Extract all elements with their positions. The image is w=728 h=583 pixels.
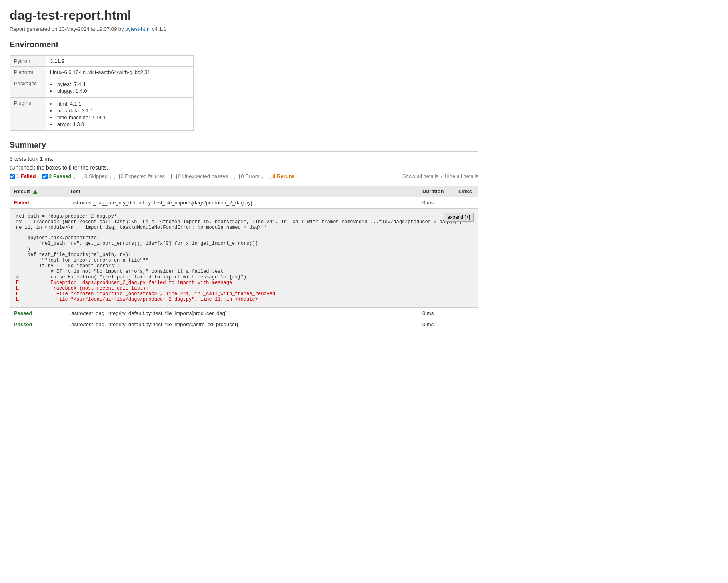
table-row: Passed.astro/test_dag_integrity_default.… (10, 308, 478, 319)
code-line: @pytest.mark.parametrize( (16, 235, 472, 241)
links-cell (454, 319, 478, 330)
filter-label-f-reruns[interactable]: 0 Reruns (272, 173, 295, 179)
filter-checkbox-f-reruns[interactable] (266, 174, 271, 179)
filter-label-f-passed[interactable]: 2 Passed (49, 173, 71, 179)
filter-checkbox-f-unexpected[interactable] (171, 174, 177, 179)
filter-checkbox-f-errors[interactable] (234, 174, 240, 179)
code-line: > raise Exception(f"{rel_path} failed to… (16, 274, 472, 280)
environment-table: Python3.11.9PlatformLinux-6.6.16-linuxki… (10, 55, 194, 131)
hide-all-details-link[interactable]: Hide all details (444, 173, 478, 179)
code-line: # If rv is not "No import errors," consi… (16, 269, 472, 274)
filter-label-f-skipped[interactable]: 0 Skipped (84, 173, 108, 179)
table-header-row: Result Test Duration Links (10, 186, 478, 197)
code-line: """Test for import errors on a file""" (16, 258, 472, 263)
code-line: "rel_path, rv", get_import_errors(), ids… (16, 241, 472, 246)
code-line: E Traceback (most recent call last): (16, 286, 472, 291)
env-row: Packagespytest: 7.4.4pluggy: 1.4.0 (10, 78, 194, 98)
duration-cell: 0 ms (418, 197, 454, 208)
filter-item-f-skipped: 0 Skipped (78, 173, 108, 179)
table-row: Failed.astro/test_dag_integrity_default.… (10, 197, 478, 208)
result-cell: Passed (10, 308, 66, 319)
links-cell (454, 197, 478, 208)
filter-row: 1 Failed,2 Passed,0 Skipped,0 Expected f… (10, 173, 478, 179)
filter-item-f-passed: 2 Passed (42, 173, 71, 179)
test-cell: .astro/test_dag_integrity_default.py::te… (66, 319, 418, 330)
divider: / (441, 174, 442, 179)
result-cell: Passed (10, 319, 66, 330)
filter-label-f-unexpected[interactable]: 0 Unexpected passes (178, 173, 228, 179)
filter-checkbox-f-expected[interactable] (114, 174, 120, 179)
sort-arrow-icon[interactable] (33, 190, 38, 194)
code-block: expand [+]rel_path = 'dags/producer_2_da… (10, 208, 478, 307)
pytest-html-link[interactable]: pytest-html (125, 26, 151, 32)
filter-label-f-errors[interactable]: 0 Errors (241, 173, 259, 179)
table-row: Passed.astro/test_dag_integrity_default.… (10, 319, 478, 330)
col-header-links: Links (454, 186, 478, 197)
filter-label-f-expected[interactable]: 0 Expected failures (121, 173, 165, 179)
test-cell: .astro/test_dag_integrity_default.py::te… (66, 197, 418, 208)
code-summary: rel_path = 'dags/producer_2_dag.py' rv =… (16, 214, 472, 230)
filter-item-f-errors: 0 Errors (234, 173, 259, 179)
result-cell: Failed (10, 197, 66, 208)
test-cell: .astro/test_dag_integrity_default.py::te… (66, 308, 418, 319)
results-table: Result Test Duration Links Failed.astro/… (10, 186, 478, 330)
code-line: ) (16, 246, 472, 252)
expand-button[interactable]: expand [+] (444, 213, 474, 222)
code-line: E Exception: dags/producer_2_dag.py fail… (16, 280, 472, 286)
details-links: Show all details / Hide all details (402, 173, 478, 179)
report-meta: Report generated on 20-May-2024 at 19:07… (10, 26, 478, 32)
show-all-details-link[interactable]: Show all details (402, 173, 438, 179)
code-line: E File "/usr/local/airflow/dags/producer… (16, 297, 472, 302)
filter-checkbox-f-skipped[interactable] (78, 174, 83, 179)
code-line: E File "<frozen importlib._bootstrap>", … (16, 291, 472, 297)
env-row: PlatformLinux-6.6.16-linuxkit-aarch64-wi… (10, 67, 194, 78)
tests-took-text: 3 tests took 1 ms. (10, 156, 478, 162)
links-cell (454, 308, 478, 319)
filter-note: (Un)check the boxes to filter the result… (10, 164, 478, 171)
filter-item-f-reruns: 0 Reruns (266, 173, 295, 179)
col-header-result: Result (10, 186, 66, 197)
filter-checkbox-f-failed[interactable] (10, 174, 15, 179)
env-row: Python3.11.9 (10, 56, 194, 67)
duration-cell: 0 ms (418, 308, 454, 319)
code-line: def test_file_imports(rel_path, rv): (16, 252, 472, 258)
filter-item-f-unexpected: 0 Unexpected passes (171, 173, 228, 179)
expanded-row: expand [+]rel_path = 'dags/producer_2_da… (10, 208, 478, 308)
filter-label-f-failed[interactable]: 1 Failed (16, 173, 36, 179)
col-header-duration: Duration (418, 186, 454, 197)
filter-item-f-failed: 1 Failed (10, 173, 36, 179)
environment-heading: Environment (10, 40, 478, 51)
env-row: Pluginshtml: 4.1.1metadata: 3.1.1time-ma… (10, 98, 194, 131)
summary-heading: Summary (10, 140, 478, 152)
duration-cell: 0 ms (418, 319, 454, 330)
page-title: dag-test-report.html (10, 8, 478, 23)
filter-item-f-expected: 0 Expected failures (114, 173, 165, 179)
col-header-test: Test (66, 186, 418, 197)
code-line: if rv != "No import errors": (16, 263, 472, 269)
filter-checkbox-f-passed[interactable] (42, 174, 48, 179)
